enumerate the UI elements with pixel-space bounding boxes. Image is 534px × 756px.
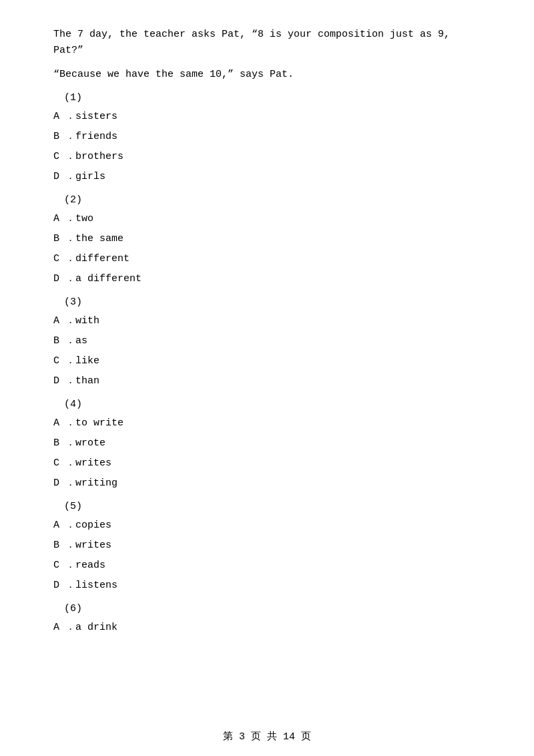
- option-4-c[interactable]: C ．writes: [53, 455, 481, 471]
- question-number-6: (6): [64, 603, 481, 614]
- question-number-2: (2): [64, 194, 481, 206]
- option-2-c[interactable]: C ．different: [53, 251, 481, 267]
- question-block-4: (4)A ．to writeB ．wroteC ．writesD ．writin…: [53, 399, 481, 492]
- option-3-b[interactable]: B ．as: [53, 333, 481, 349]
- option-5-d[interactable]: D ．listens: [53, 578, 481, 594]
- option-3-a[interactable]: A ．with: [53, 313, 481, 329]
- intro-line2: “Because we have the same 10,” says Pat.: [53, 67, 481, 83]
- question-block-2: (2)A ．twoB ．the sameC ．differentD ．a dif…: [53, 194, 481, 287]
- option-5-c[interactable]: C ．reads: [53, 558, 481, 574]
- page-footer: 第 3 页 共 14 页: [0, 730, 534, 743]
- option-1-d[interactable]: D ．girls: [53, 169, 481, 185]
- intro-line1: The 7 day, the teacher asks Pat, “8 is y…: [53, 27, 481, 59]
- question-number-3: (3): [64, 297, 481, 308]
- option-3-d[interactable]: D ．than: [53, 373, 481, 389]
- question-block-6: (6)A ．a drink: [53, 603, 481, 636]
- question-number-1: (1): [64, 92, 481, 104]
- option-4-d[interactable]: D ．writing: [53, 476, 481, 492]
- question-block-1: (1)A ．sistersB ．friendsC ．brothersD ．gir…: [53, 92, 481, 185]
- option-1-b[interactable]: B ．friends: [53, 129, 481, 145]
- question-block-5: (5)A ．copiesB ．writesC ．readsD ．listens: [53, 501, 481, 594]
- option-2-a[interactable]: A ．two: [53, 211, 481, 227]
- question-block-3: (3)A ．withB ．asC ．likeD ．than: [53, 297, 481, 389]
- option-1-a[interactable]: A ．sisters: [53, 109, 481, 125]
- option-1-c[interactable]: C ．brothers: [53, 149, 481, 165]
- footer-text: 第 3 页 共 14 页: [223, 731, 311, 743]
- option-2-b[interactable]: B ．the same: [53, 231, 481, 247]
- question-number-5: (5): [64, 501, 481, 512]
- option-5-b[interactable]: B ．writes: [53, 538, 481, 554]
- option-5-a[interactable]: A ．copies: [53, 518, 481, 534]
- option-2-d[interactable]: D ．a different: [53, 271, 481, 287]
- option-4-a[interactable]: A ．to write: [53, 415, 481, 431]
- option-4-b[interactable]: B ．wrote: [53, 435, 481, 451]
- question-number-4: (4): [64, 399, 481, 410]
- option-3-c[interactable]: C ．like: [53, 353, 481, 369]
- option-6-a[interactable]: A ．a drink: [53, 620, 481, 636]
- questions-container: (1)A ．sistersB ．friendsC ．brothersD ．gir…: [53, 92, 481, 636]
